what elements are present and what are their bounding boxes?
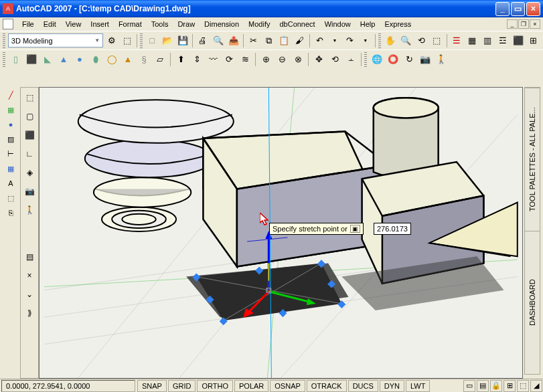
cut-icon[interactable]: ✂ xyxy=(246,33,260,48)
new-icon[interactable]: □ xyxy=(145,33,159,48)
collapse-icon[interactable]: ⌄ xyxy=(22,287,37,302)
status-ortho[interactable]: ORTHO xyxy=(197,380,233,392)
menu-modify[interactable]: Modify xyxy=(244,19,275,29)
menu-view[interactable]: View xyxy=(61,19,86,29)
cylinder-icon[interactable]: ⬮ xyxy=(88,52,103,67)
tool-text-icon[interactable]: A xyxy=(4,177,17,190)
redo-dropdown-icon[interactable]: ▼ xyxy=(358,33,372,48)
minimize-button[interactable]: _ xyxy=(495,2,510,16)
dashboard-tab[interactable]: DASHBOARD xyxy=(525,231,540,374)
status-polar[interactable]: POLAR xyxy=(234,380,268,392)
extrude-icon[interactable]: ⬆ xyxy=(173,52,188,67)
plot-preview-icon[interactable]: 🔍 xyxy=(211,33,225,48)
close-button[interactable]: × xyxy=(526,2,540,16)
tool-region-icon[interactable]: ⬚ xyxy=(4,191,17,205)
tool-dimension-icon[interactable]: ⊢ xyxy=(4,147,17,161)
walk-icon[interactable]: 🚶 xyxy=(434,52,449,67)
torus-icon[interactable]: ◯ xyxy=(104,52,119,67)
wireframe-icon[interactable]: ⬚ xyxy=(22,90,37,105)
status-ducs[interactable]: DUCS xyxy=(348,380,378,392)
walk-small-icon[interactable]: 🚶 xyxy=(22,203,37,217)
toolbar-grip[interactable] xyxy=(3,33,5,48)
menu-insert[interactable]: Insert xyxy=(86,19,114,29)
union-icon[interactable]: ⊕ xyxy=(258,52,273,67)
3d-move-icon[interactable]: ✥ xyxy=(311,52,326,67)
menu-dimension[interactable]: Dimension xyxy=(200,19,244,29)
toolbar-grip[interactable] xyxy=(140,33,143,48)
sphere-icon[interactable]: ● xyxy=(72,52,87,67)
revolve-icon[interactable]: ⟳ xyxy=(222,52,236,67)
status-clean-icon[interactable]: ⬚ xyxy=(517,380,529,392)
status-grid-icon[interactable]: ⊞ xyxy=(503,380,516,392)
close-panel-icon[interactable]: × xyxy=(22,268,37,283)
save-icon[interactable]: 💾 xyxy=(176,33,190,48)
tool-xref-icon[interactable]: ⎘ xyxy=(4,206,17,219)
menu-edit[interactable]: Edit xyxy=(39,19,61,29)
menu-format[interactable]: Format xyxy=(114,19,147,29)
plot-icon[interactable]: 🖨 xyxy=(196,33,210,48)
constrained-orbit-icon[interactable]: 🌐 xyxy=(370,52,384,67)
helix-icon[interactable]: § xyxy=(137,52,151,67)
sweep-icon[interactable]: 〰 xyxy=(206,52,220,67)
loft-icon[interactable]: ≋ xyxy=(238,52,252,67)
undo-dropdown-icon[interactable]: ▼ xyxy=(328,33,342,48)
dynamic-prompt-icon[interactable]: ▣ xyxy=(350,225,360,233)
box-small-icon[interactable]: ▢ xyxy=(22,109,37,124)
tool-hatch-icon[interactable]: ▨ xyxy=(4,132,17,146)
markup-icon[interactable]: ⬛ xyxy=(511,33,525,48)
menu-express[interactable]: Express xyxy=(380,19,416,29)
cone-icon[interactable]: ▲ xyxy=(56,52,71,67)
subtract-icon[interactable]: ⊖ xyxy=(275,52,289,67)
tool-palettes-tab[interactable]: TOOL PALETTES - ALL PALE... xyxy=(525,88,540,231)
undo-icon[interactable]: ↶ xyxy=(313,33,327,48)
continuous-orbit-icon[interactable]: ↻ xyxy=(402,52,416,67)
free-orbit-icon[interactable]: ⭕ xyxy=(386,52,400,67)
menu-help[interactable]: Help xyxy=(356,19,380,29)
view-icon[interactable]: ◈ xyxy=(22,165,37,180)
presspull-icon[interactable]: ⇕ xyxy=(189,52,204,67)
menu-tools[interactable]: Tools xyxy=(147,19,173,29)
status-lock-icon[interactable]: 🔒 xyxy=(490,380,502,392)
status-otrack[interactable]: OTRACK xyxy=(307,380,347,392)
box-icon[interactable]: ⬛ xyxy=(24,52,39,67)
layer-properties-icon[interactable]: ▤ xyxy=(22,250,37,264)
document-icon[interactable] xyxy=(3,19,13,29)
3d-rotate-icon[interactable]: ⟲ xyxy=(327,52,342,67)
workspace-lock-icon[interactable]: ⬚ xyxy=(120,33,134,48)
dynamic-input[interactable]: 276.0173 xyxy=(374,223,411,235)
tool-sphere-icon[interactable]: ● xyxy=(4,118,17,131)
intersect-icon[interactable]: ⊗ xyxy=(291,52,305,67)
status-resize-icon[interactable]: ◢ xyxy=(530,380,542,392)
mdi-minimize[interactable]: _ xyxy=(507,19,518,29)
status-coordinates[interactable]: 0.0000, 272.9541, 0.0000 xyxy=(1,380,135,392)
match-properties-icon[interactable]: 🖌 xyxy=(293,33,307,48)
publish-icon[interactable]: 📤 xyxy=(226,33,240,48)
workspace-selector[interactable]: 3D Modeling ▼ xyxy=(8,33,103,47)
planar-surface-icon[interactable]: ▱ xyxy=(153,52,167,67)
status-osnap[interactable]: OSNAP xyxy=(270,380,305,392)
wedge-icon[interactable]: ◣ xyxy=(40,52,55,67)
status-snap[interactable]: SNAP xyxy=(137,380,167,392)
zoom-previous-icon[interactable]: ⟲ xyxy=(414,33,429,48)
tool-palettes-icon[interactable]: ▥ xyxy=(480,33,494,48)
wireframe-iso-icon[interactable]: ⬛ xyxy=(22,128,37,142)
expand-icon[interactable]: ⟫ xyxy=(22,306,37,320)
workspace-settings-icon[interactable]: ⚙ xyxy=(104,33,119,48)
menu-dbconnect[interactable]: dbConnect xyxy=(275,19,319,29)
maximize-button[interactable]: ▭ xyxy=(511,2,525,16)
status-grid[interactable]: GRID xyxy=(168,380,196,392)
pyramid-icon[interactable]: ▲ xyxy=(121,52,135,67)
status-dyn[interactable]: DYN xyxy=(380,380,404,392)
status-annotation-icon[interactable]: ▤ xyxy=(477,380,489,392)
status-lwt[interactable]: LWT xyxy=(406,380,430,392)
open-icon[interactable]: 📂 xyxy=(161,33,175,48)
paste-icon[interactable]: 📋 xyxy=(277,33,291,48)
copy-icon[interactable]: ⧉ xyxy=(262,33,276,48)
properties-icon[interactable]: ☰ xyxy=(450,33,464,48)
ucs-icon[interactable]: ∟ xyxy=(22,146,37,161)
quickcalc-icon[interactable]: ⊞ xyxy=(526,33,540,48)
toolbar-grip[interactable] xyxy=(378,33,381,48)
mdi-restore[interactable]: ❐ xyxy=(518,19,529,29)
mdi-close[interactable]: × xyxy=(530,19,540,29)
swivel-icon[interactable]: 📷 xyxy=(418,52,433,67)
